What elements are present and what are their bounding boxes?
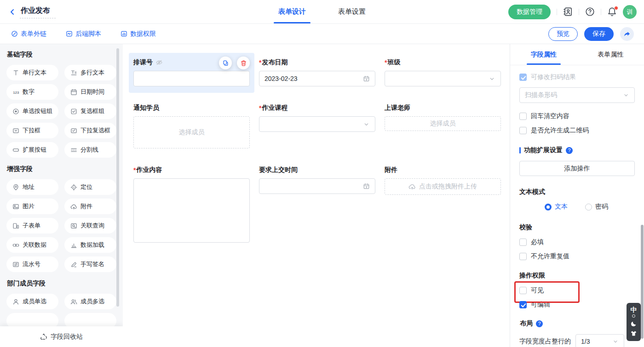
field-recycle-bin[interactable]: 字段回收站	[0, 326, 123, 347]
back-button[interactable]	[7, 7, 17, 17]
sidebar-item-数据加载[interactable]: 数据加载	[64, 237, 116, 253]
canvas-field[interactable]: *班级	[380, 53, 506, 93]
radio-selected	[545, 204, 552, 210]
field-label-text: 作业内容	[136, 166, 162, 174]
question-circle-icon[interactable]	[566, 147, 573, 154]
avatar[interactable]: 训	[623, 5, 637, 19]
textarea-input[interactable]	[133, 178, 250, 243]
sidebar-item-附件[interactable]: 附件	[64, 199, 116, 214]
radio-文本[interactable]: 文本	[545, 203, 568, 211]
panel-scrollbar[interactable]	[641, 225, 644, 339]
member-picker[interactable]: 选择成员	[133, 116, 250, 148]
canvas-field[interactable]: 附件点击或拖拽附件上传	[380, 160, 506, 201]
sidebar-item-分割线[interactable]: 分割线	[64, 142, 116, 158]
canvas-field[interactable]: 上课老师选择成员	[380, 98, 506, 137]
sidebar-item-单选按钮组[interactable]: 单选按钮组	[6, 103, 58, 119]
sidebar-item-下拉框[interactable]: 下拉框	[6, 123, 58, 138]
contacts-button[interactable]	[563, 7, 573, 17]
topbar-actions: 数据管理 训	[508, 5, 637, 19]
checkbox-row-可见[interactable]: 可见	[519, 286, 635, 295]
sidebar-item-关联查询[interactable]: 关联查询	[64, 218, 116, 233]
canvas-field[interactable]: 要求上交时间	[254, 160, 380, 200]
canvas-field[interactable]: *作业课程	[254, 98, 380, 138]
radio-label: 密码	[595, 203, 608, 211]
copy-field-button[interactable]	[219, 57, 232, 69]
serial-number-icon	[12, 261, 19, 268]
sidebar-item-下拉复选框[interactable]: 下拉复选框	[64, 123, 116, 138]
sidebar-item-单行文本[interactable]: 单行文本	[6, 65, 58, 80]
date-input[interactable]: 2023-02-23	[259, 71, 375, 86]
data-manage-button[interactable]: 数据管理	[508, 5, 551, 19]
field-label-text: 发布日期	[262, 58, 288, 67]
panel-tabs: 字段属性表单属性	[510, 44, 644, 65]
language-button[interactable]: 中	[631, 307, 637, 318]
panel-tab-字段属性[interactable]: 字段属性	[510, 44, 577, 65]
question-circle-icon[interactable]	[536, 320, 543, 327]
link-后端脚本[interactable]: 后端脚本	[66, 30, 101, 38]
save-button[interactable]: 保存	[584, 27, 614, 41]
sidebar-item-成员多选[interactable]: 成员多选	[64, 294, 116, 309]
sidebar-item-多行文本[interactable]: 多行文本	[64, 65, 116, 80]
canvas-field[interactable]: 通知学员选择成员	[129, 98, 254, 155]
sidebar-item-数字[interactable]: 123数字	[6, 84, 58, 100]
select-input[interactable]	[385, 71, 501, 86]
single-line-text-icon	[12, 69, 19, 76]
sidebar-item-地址[interactable]: 地址	[6, 179, 58, 195]
field-width-select[interactable]: 1/3	[575, 334, 624, 347]
canvas-field[interactable]: *发布日期2023-02-23	[254, 53, 380, 93]
sidebar-item-复选框组[interactable]: 复选框组	[64, 103, 116, 119]
field-label: 上课老师	[385, 104, 501, 112]
cloud-upload-icon	[408, 183, 416, 190]
calendar-icon	[363, 75, 370, 82]
moon-button[interactable]	[630, 320, 637, 327]
tab-表单设计[interactable]: 表单设计	[277, 0, 307, 23]
checkbox-row-回车清空内容[interactable]: 回车清空内容	[519, 112, 635, 120]
share-button[interactable]	[620, 27, 634, 41]
upload-dropzone[interactable]: 点击或拖拽附件上传	[385, 178, 501, 195]
canvas-field[interactable]: *作业内容	[129, 160, 254, 249]
sidebar-item-日期时间[interactable]: 日期时间	[64, 84, 116, 100]
checkbox-row-必填[interactable]: 必填	[519, 238, 635, 246]
radio-unselected	[585, 204, 592, 210]
panel-tab-表单属性[interactable]: 表单属性	[577, 44, 644, 65]
checkbox-row-可编辑[interactable]: 可编辑	[519, 301, 635, 309]
link-表单外链[interactable]: 表单外链	[11, 30, 46, 38]
text-input[interactable]	[133, 71, 250, 86]
delete-field-button[interactable]	[237, 57, 250, 69]
sidebar-item-扩展按钮[interactable]: 扩展按钮	[6, 142, 58, 158]
ext-button-icon	[12, 147, 19, 154]
notifications-button[interactable]	[607, 7, 617, 17]
contacts-icon	[563, 7, 573, 17]
sidebar-item-手写签名[interactable]: 手写签名	[64, 256, 116, 272]
sidebar-item-子表单[interactable]: 子表单	[6, 218, 58, 233]
theme-shirt-button[interactable]	[630, 330, 637, 337]
preview-button[interactable]: 预览	[548, 27, 578, 41]
sidebar-item-成员单选[interactable]: 成员单选	[6, 294, 58, 309]
extension-settings-header: 功能扩展设置	[519, 146, 635, 154]
radio-密码[interactable]: 密码	[585, 203, 608, 211]
add-action-button[interactable]: 添加操作	[519, 161, 635, 176]
sidebar-item-图片[interactable]: 图片	[6, 199, 58, 214]
sidebar-item-定位[interactable]: 定位	[64, 179, 116, 195]
checkbox-row-scan-result[interactable]: 可修改扫码结果	[519, 73, 635, 81]
member-picker[interactable]: 选择成员	[385, 116, 501, 131]
help-button[interactable]	[585, 7, 595, 17]
sidebar-section-grid: 地址定位图片附件子表单关联查询关联数据数据加载流水号手写签名	[6, 179, 116, 272]
canvas-field[interactable]: 排课号	[129, 53, 254, 93]
sidebar-item-流水号[interactable]: 流水号	[6, 256, 58, 272]
checkbox-row-是否允许生成二维码[interactable]: 是否允许生成二维码	[519, 126, 635, 135]
checkbox-label: 是否允许生成二维码	[531, 126, 589, 135]
select-input[interactable]	[259, 116, 375, 132]
scan-mode-select[interactable]: 扫描条形码	[519, 87, 635, 103]
sidebar-item-关联数据[interactable]: 关联数据	[6, 237, 58, 253]
date-input[interactable]	[259, 178, 375, 194]
field-label: *作业内容	[133, 166, 250, 174]
page-title[interactable]: 作业发布	[20, 5, 56, 18]
link-数据权限[interactable]: 数据权限	[121, 30, 156, 38]
tab-表单设置[interactable]: 表单设置	[337, 0, 367, 23]
trash-icon	[240, 60, 247, 67]
datetime-icon	[70, 89, 77, 96]
field-label-text: 排课号	[133, 58, 153, 67]
checkbox-row-不允许重复值[interactable]: 不允许重复值	[519, 252, 635, 261]
sidebar-scrollbar[interactable]	[116, 48, 119, 307]
